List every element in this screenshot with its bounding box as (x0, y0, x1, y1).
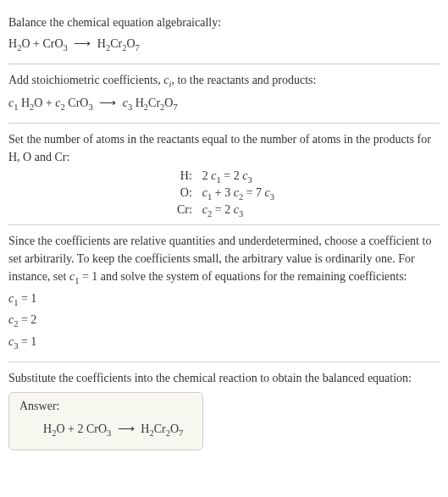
answer-title-text: Substitute the coefficients into the che… (8, 369, 440, 387)
ans-rhs-cr: Cr (154, 422, 166, 435)
reactant-h2o-h: H (8, 37, 17, 50)
c2-sp: CrO (65, 97, 89, 109)
solve-title: Since the coefficients are relative quan… (8, 232, 440, 288)
ans-h: H (43, 422, 52, 435)
product-cr: Cr (110, 37, 122, 50)
o-tail: = 7 (243, 186, 264, 199)
atom-balance-table: H: 2 c1 = 2 c3 O: c1 + 3 c2 = 7 c3 Cr: c… (12, 169, 440, 218)
atom-balance-title: Set the number of atoms in the reactants… (8, 130, 440, 166)
section-atom-balance: Set the number of atoms in the reactants… (8, 124, 440, 225)
coeff-equation: c1 H2O + c2 CrO3 ⟶ c3 H2Cr2O7 (8, 92, 440, 116)
c1-pls: O + (34, 97, 55, 109)
solution-c1: c1 = 1 (8, 290, 440, 310)
atom-label-cr: Cr: (12, 203, 192, 218)
coeff-arrow: ⟶ (96, 97, 119, 109)
coeff-title-a: Add stoichiometric coefficients, (8, 74, 163, 86)
ans-rhs-o-sub: 7 (179, 428, 183, 437)
problem-title: Balance the chemical equation algebraica… (8, 14, 440, 31)
c3-sp-o: O (164, 97, 173, 109)
c3-sp-h: H (132, 97, 144, 109)
unbalanced-equation: H2O + CrO3 ⟶ H2Cr2O7 (8, 33, 440, 57)
sol-c2v: = 2 (18, 313, 36, 326)
sol-c1v: = 1 (18, 292, 36, 305)
atom-eq-h: 2 c1 = 2 c3 (202, 169, 440, 185)
answer-box: Answer: H2O + 2 CrO3 ⟶ H2Cr2O7 (8, 392, 203, 451)
ans-rhs-o: O (170, 422, 179, 435)
balanced-equation: H2O + 2 CrO3 ⟶ H2Cr2O7 (19, 418, 192, 442)
c3-sp-cr: Cr (148, 97, 160, 109)
ans-arrow: ⟶ (114, 422, 138, 435)
section-problem: Balance the chemical equation algebraica… (8, 7, 440, 64)
solve-title-b: = 1 and solve the system of equations fo… (79, 270, 407, 283)
section-answer: Substitute the coefficients into the che… (8, 362, 440, 458)
atom-eq-cr: c2 = 2 c3 (202, 203, 440, 218)
coeff-title: Add stoichiometric coefficients, ci, to … (8, 71, 440, 91)
sol-c3v: = 1 (18, 335, 36, 348)
solution-c2: c2 = 2 (8, 311, 440, 331)
answer-label: Answer: (19, 400, 192, 413)
h-mid: = 2 (221, 169, 242, 182)
h-c3s: 3 (247, 175, 252, 185)
section-solve: Since the coefficients are relative quan… (8, 225, 440, 362)
o-mid: + 3 (212, 186, 233, 199)
coeff-title-b: , to the reactants and products: (171, 74, 316, 86)
cr-mid: = 2 (212, 203, 233, 216)
solution-c3: c3 = 1 (8, 333, 440, 353)
cr-c3s: 3 (239, 208, 243, 218)
reaction-arrow: ⟶ (70, 37, 94, 50)
c2-sp-sub: 3 (88, 102, 92, 112)
c1-sp: H (18, 97, 30, 109)
h-pre: 2 (202, 169, 212, 182)
ans-rhs-h: H (141, 422, 149, 435)
reactant-cro3-sub: 3 (64, 43, 68, 52)
product-o: O (126, 37, 135, 50)
product-o-sub: 7 (136, 43, 140, 52)
section-coefficients: Add stoichiometric coefficients, ci, to … (8, 64, 440, 124)
ans-rest: O + 2 CrO (56, 422, 107, 435)
atom-label-o: O: (12, 186, 192, 202)
product-h: H (97, 37, 106, 50)
atom-label-h: H: (12, 169, 192, 185)
reactant-rest: O + CrO (21, 37, 63, 50)
c3-sp-o-sub: 7 (173, 102, 177, 112)
ans-cro3-sub: 3 (107, 428, 111, 437)
o-c3s: 3 (270, 192, 274, 202)
atom-eq-o: c1 + 3 c2 = 7 c3 (202, 186, 440, 202)
